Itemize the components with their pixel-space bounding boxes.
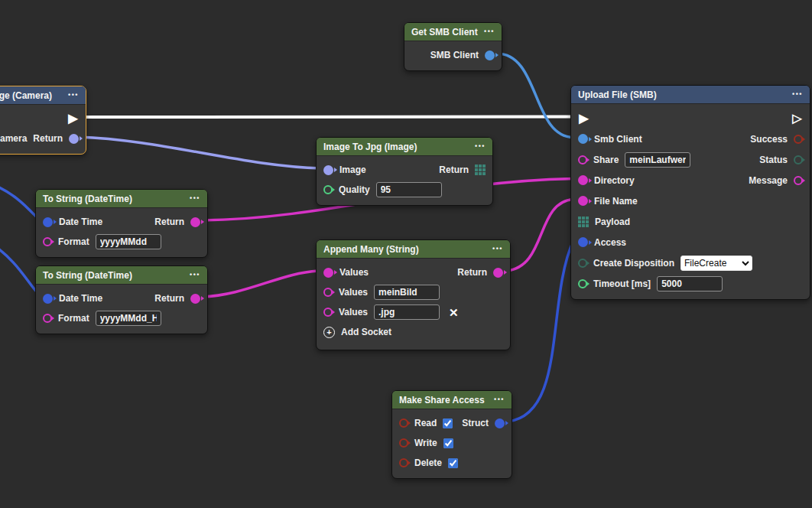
node-header[interactable]: To String (DateTime) •••	[36, 266, 207, 285]
node-header[interactable]: Get SMB Client •••	[404, 23, 502, 41]
node-title: Image (Camera)	[0, 91, 52, 100]
port-smb-client-in[interactable]	[578, 134, 588, 144]
node-get-smb-client[interactable]: Get SMB Client ••• SMB Client	[404, 22, 502, 71]
exec-out-pin[interactable]: ▷	[791, 112, 803, 125]
format-input[interactable]	[96, 311, 161, 326]
io-row: Share Status	[571, 149, 810, 170]
node-upload-file-smb[interactable]: Upload File (SMB) ••• ▶ ▷ Smb Client Suc…	[570, 85, 810, 300]
node-header[interactable]: To String (DateTime) •••	[36, 190, 207, 208]
output-param-label: Camera	[0, 134, 27, 143]
port-share-in[interactable]	[578, 155, 587, 164]
port-write-in[interactable]	[399, 438, 408, 448]
add-socket-icon[interactable]: +	[323, 327, 335, 338]
add-socket-label[interactable]: Add Socket	[341, 327, 391, 337]
port-image-in[interactable]	[323, 165, 333, 175]
input-label: Share	[593, 155, 619, 164]
wire-camera-return-to-image[interactable]	[78, 137, 321, 168]
node-title: Make Share Access	[399, 396, 485, 405]
port-success-out[interactable]	[794, 135, 803, 144]
input-row: Values ✕	[317, 302, 510, 322]
node-title: Append Many (String)	[323, 245, 419, 254]
values-3-input[interactable]	[374, 304, 440, 320]
delete-checkbox[interactable]	[448, 458, 458, 468]
wire-exec[interactable]	[80, 117, 573, 118]
port-values-2-in[interactable]	[323, 288, 333, 297]
node-menu-icon[interactable]: •••	[475, 143, 486, 150]
node-append-many-string[interactable]: Append Many (String) ••• Values Return V…	[316, 239, 511, 350]
input-label: Payload	[595, 217, 630, 226]
port-message-out[interactable]	[794, 176, 803, 185]
node-header[interactable]: Image (Camera) •••	[0, 86, 86, 105]
input-label: Access	[594, 238, 626, 247]
node-menu-icon[interactable]: •••	[68, 92, 79, 99]
exec-row: ▶ ▷	[571, 108, 810, 129]
format-input[interactable]	[96, 234, 161, 249]
node-header[interactable]: Upload File (SMB) •••	[571, 86, 810, 104]
wire-ts2-return-to-values[interactable]	[202, 271, 318, 297]
share-input[interactable]	[625, 152, 690, 168]
port-read-in[interactable]	[399, 418, 408, 428]
node-to-string-datetime-2[interactable]: To String (DateTime) ••• Date Time Retur…	[35, 265, 208, 334]
port-file-name-in[interactable]	[578, 196, 588, 206]
write-checkbox[interactable]	[443, 438, 453, 448]
port-access-in[interactable]	[578, 237, 588, 247]
port-smb-client-out[interactable]	[485, 50, 495, 60]
input-row: Format	[36, 308, 207, 328]
port-struct-out[interactable]	[495, 418, 505, 428]
node-image-camera[interactable]: Image (Camera) ••• ▶ Camera Return	[0, 86, 86, 155]
port-format-in[interactable]	[43, 314, 52, 323]
port-quality-in[interactable]	[323, 185, 333, 194]
node-image-to-jpg[interactable]: Image To Jpg (Image) ••• Image Return Qu…	[316, 137, 493, 206]
node-menu-icon[interactable]: •••	[792, 91, 803, 98]
remove-socket-icon[interactable]: ✕	[449, 307, 459, 318]
port-return-out[interactable]	[190, 294, 200, 304]
port-date-time-in[interactable]	[43, 294, 53, 304]
quality-input[interactable]	[376, 182, 442, 197]
node-menu-icon[interactable]: •••	[492, 246, 503, 252]
node-menu-icon[interactable]: •••	[190, 195, 200, 202]
add-socket-row[interactable]: + Add Socket	[317, 322, 510, 342]
node-make-share-access[interactable]: Make Share Access ••• Read Struct Write	[391, 390, 512, 479]
port-return-out[interactable]	[190, 217, 200, 227]
port-values-3-in[interactable]	[323, 308, 333, 317]
create-disposition-select[interactable]: FileCreate	[680, 256, 752, 271]
port-create-disposition-in[interactable]	[578, 259, 587, 268]
port-status-out[interactable]	[794, 155, 803, 164]
input-label: Values	[339, 288, 368, 297]
values-2-input[interactable]	[374, 285, 440, 300]
wire-append-return-to-filename[interactable]	[506, 200, 573, 272]
exec-out-pin[interactable]: ▶	[67, 112, 79, 125]
output-label: SMB Client	[430, 50, 479, 60]
port-values-1-in[interactable]	[323, 268, 333, 278]
io-row: Date Time Return	[36, 288, 207, 308]
read-checkbox[interactable]	[443, 418, 453, 428]
port-timeout-in[interactable]	[578, 279, 587, 288]
node-header[interactable]: Image To Jpg (Image) •••	[317, 138, 492, 156]
node-to-string-datetime-1[interactable]: To String (DateTime) ••• Date Time Retur…	[35, 189, 208, 258]
input-row: Format	[36, 232, 207, 252]
node-header[interactable]: Make Share Access •••	[392, 391, 512, 409]
port-date-time-in[interactable]	[43, 217, 53, 227]
node-menu-icon[interactable]: •••	[494, 396, 505, 403]
input-row: Timeout [ms]	[571, 273, 810, 294]
wire-datetime-in-2[interactable]	[0, 243, 40, 295]
input-label: Values	[339, 268, 369, 277]
wire-datetime-in-1[interactable]	[0, 184, 40, 220]
struct-grid-port-payload[interactable]	[578, 217, 589, 227]
timeout-input[interactable]	[657, 276, 723, 291]
node-header[interactable]: Append Many (String) •••	[317, 240, 510, 259]
node-menu-icon[interactable]: •••	[484, 28, 495, 35]
node-menu-icon[interactable]: •••	[190, 272, 200, 278]
wire-smbclient-to-upload[interactable]	[497, 54, 573, 138]
port-return-out[interactable]	[493, 268, 503, 278]
node-graph-canvas[interactable]: Get SMB Client ••• SMB Client Image (Cam…	[0, 0, 812, 508]
port-format-in[interactable]	[43, 237, 52, 246]
wire-jpg-return-to-payload[interactable]	[489, 168, 573, 220]
port-camera-return-out[interactable]	[69, 134, 79, 144]
exec-in-pin[interactable]: ▶	[578, 112, 590, 125]
struct-grid-port-return[interactable]	[475, 164, 486, 175]
port-directory-in[interactable]	[578, 175, 588, 185]
node-title: To String (DateTime)	[43, 194, 132, 204]
io-row: Values Return	[317, 262, 510, 282]
port-delete-in[interactable]	[399, 458, 408, 467]
